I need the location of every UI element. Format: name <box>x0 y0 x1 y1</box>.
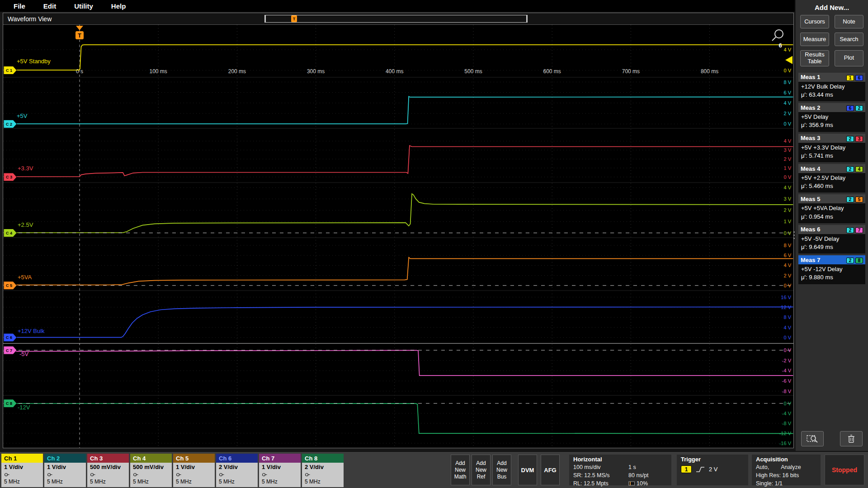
waveform-traces[interactable] <box>3 45 793 433</box>
channel-tile-header: Ch 7 <box>259 454 301 463</box>
run-stop-indicator[interactable]: Stopped <box>825 455 864 485</box>
channel-tile[interactable]: Ch 8 2 V/div 5 MHz <box>302 454 344 487</box>
meas-source-badge: 3 <box>855 136 863 142</box>
svg-text:3 V: 3 V <box>783 196 791 202</box>
measurement-panel[interactable]: Meas 7 28 +5V -12V Delay μ': 9.880 ms <box>798 255 865 284</box>
trace-c5[interactable] <box>3 258 793 285</box>
trigger-flag[interactable]: T <box>75 26 84 39</box>
svg-text:100 ms: 100 ms <box>150 68 167 75</box>
svg-text:4 V: 4 V <box>783 325 791 330</box>
horizontal-duration: 1 s <box>628 463 636 471</box>
add-search-button[interactable]: Search <box>835 33 863 46</box>
channel-tile[interactable]: Ch 6 2 V/div 5 MHz <box>216 454 258 487</box>
measurement-panel[interactable]: Meas 5 25 +5V +5VA Delay μ': 0.954 ms <box>798 194 865 223</box>
acquisition-highres: High Res: 16 bits <box>756 471 799 479</box>
add-note-button[interactable]: Note <box>835 15 863 28</box>
trace-c6[interactable] <box>3 307 793 337</box>
channel-scale: 1 V/div <box>4 464 40 470</box>
overview-trigger-marker[interactable]: T <box>291 15 297 22</box>
svg-text:-5V: -5V <box>19 351 29 357</box>
svg-text:4 V: 4 V <box>783 263 791 268</box>
measurement-header[interactable]: Meas 5 25 <box>798 194 865 203</box>
add-results-table-button[interactable]: Results Table <box>800 50 829 66</box>
measurement-badges: 24 <box>845 164 863 173</box>
trigger-position-icon <box>628 481 635 486</box>
trigger-level-arrow[interactable] <box>785 56 793 64</box>
add-cursors-button[interactable]: Cursors <box>800 15 829 28</box>
meas-source-badge: 2 <box>846 166 854 172</box>
add-measure-button[interactable]: Measure <box>800 33 829 46</box>
channel-tile[interactable]: Ch 1 1 V/div 5 MHz <box>1 454 43 487</box>
menu-item-utility[interactable]: Utility <box>74 2 93 10</box>
meas-source-badge: 2 <box>846 258 854 263</box>
svg-text:0 V: 0 V <box>783 174 791 180</box>
panel-splitter-handle[interactable] <box>793 226 796 244</box>
measurement-panel[interactable]: Meas 4 24 +5V +2.5V Delay μ': 5.460 ms <box>798 164 865 192</box>
bottom-settings-bar: Ch 1 1 V/div 5 MHz Ch 2 1 V/div 5 MHz Ch… <box>0 451 868 488</box>
measurement-panel[interactable]: Meas 3 23 +5V +3.3V Delay μ': 5.741 ms <box>798 134 865 162</box>
zoom-indicator[interactable]: 6 <box>772 30 783 49</box>
horizontal-overview-bar[interactable]: T <box>264 15 528 23</box>
measurement-label: +5V -12V Delay <box>801 265 863 273</box>
channel-tile[interactable]: Ch 7 1 V/div 5 MHz <box>259 454 301 487</box>
svg-text:-6 V: -6 V <box>782 378 792 384</box>
trace-c2[interactable] <box>3 96 793 124</box>
trigger-panel[interactable]: Trigger 1 2 V <box>677 455 748 485</box>
menu-item-help[interactable]: Help <box>111 2 126 10</box>
svg-text:600 ms: 600 ms <box>543 68 561 75</box>
trace-c7[interactable] <box>3 350 793 375</box>
menu-item-file[interactable]: File <box>14 2 25 10</box>
measurement-header[interactable]: Meas 6 27 <box>798 225 865 234</box>
probe-icon <box>47 473 52 477</box>
dvm-button[interactable]: DVM <box>518 455 537 485</box>
menu-item-edit[interactable]: Edit <box>43 2 56 10</box>
channel-tile-body: 500 mV/div 5 MHz <box>130 463 172 485</box>
view-title: Waveform View <box>8 15 52 23</box>
channel-tile[interactable]: Ch 4 500 mV/div 5 MHz <box>130 454 172 487</box>
channel-name: Ch 7 <box>262 455 274 462</box>
channel-tile[interactable]: Ch 5 1 V/div 5 MHz <box>173 454 215 487</box>
trace-c3[interactable] <box>3 145 793 177</box>
measurement-panel[interactable]: Meas 1 16 +12V Bulk Delay μ': 63.44 ms <box>798 73 865 101</box>
channel-tile-body: 500 mV/div 5 MHz <box>87 463 129 485</box>
measurement-badges: 27 <box>845 225 863 234</box>
measurement-header[interactable]: Meas 2 62 <box>798 103 865 112</box>
measurement-header[interactable]: Meas 1 16 <box>798 73 865 82</box>
trash-button[interactable] <box>840 431 863 446</box>
svg-text:300 ms: 300 ms <box>307 68 325 75</box>
measurement-header[interactable]: Meas 7 28 <box>798 255 865 264</box>
trace-c8[interactable] <box>3 404 793 433</box>
svg-text:0 V: 0 V <box>783 401 791 406</box>
waveform-plot[interactable]: 0 s100 ms200 ms300 ms400 ms500 ms600 ms7… <box>3 25 793 448</box>
afg-button[interactable]: AFG <box>541 455 560 485</box>
trace-c1[interactable] <box>3 45 793 70</box>
trace-c4[interactable] <box>3 194 793 233</box>
channel-badges[interactable]: C 1C 2C 3C 4C 5C 6C 7C 8 <box>4 66 17 408</box>
zoom-tool-button[interactable] <box>801 431 824 446</box>
measurement-header[interactable]: Meas 4 24 <box>798 164 865 173</box>
svg-text:1 V: 1 V <box>783 165 791 171</box>
acquisition-panel[interactable]: Acquisition Auto, Analyze High Res: 16 b… <box>752 455 821 485</box>
add-plot-button[interactable]: Plot <box>835 50 863 66</box>
svg-text:C 5: C 5 <box>6 283 12 288</box>
channel-tile[interactable]: Ch 2 1 V/div 5 MHz <box>44 454 86 487</box>
add-bus-button[interactable]: Add New Bus <box>492 455 511 485</box>
channel-tile-header: Ch 1 <box>1 454 43 463</box>
measurement-panel[interactable]: Meas 6 27 +5V -5V Delay μ': 9.649 ms <box>798 225 865 253</box>
waveform-plot-area: 0 s100 ms200 ms300 ms400 ms500 ms600 ms7… <box>3 25 793 448</box>
channel-name: Ch 4 <box>133 455 146 462</box>
probe-icon <box>4 473 9 477</box>
channel-tile[interactable]: Ch 3 500 mV/div 5 MHz <box>87 454 129 487</box>
horizontal-panel[interactable]: Horizontal 100 ms/div 1 s SR: 12.5 MS/s … <box>569 455 671 485</box>
svg-text:4 V: 4 V <box>783 185 791 190</box>
meas-source-badge: 2 <box>855 105 863 111</box>
svg-text:200 ms: 200 ms <box>228 68 246 75</box>
measurement-header[interactable]: Meas 3 23 <box>798 134 865 143</box>
right-sidebar: Add New... Cursors Note Measure Search R… <box>796 0 868 451</box>
svg-text:4 V: 4 V <box>783 100 791 106</box>
channel-bandwidth: 5 MHz <box>262 479 298 485</box>
measurement-panel[interactable]: Meas 2 62 +5V Delay μ': 356.9 ms <box>798 103 865 131</box>
add-ref-button[interactable]: Add New Ref <box>472 455 491 485</box>
add-math-button[interactable]: Add New Math <box>451 455 470 485</box>
channel-bandwidth: 5 MHz <box>219 479 255 485</box>
